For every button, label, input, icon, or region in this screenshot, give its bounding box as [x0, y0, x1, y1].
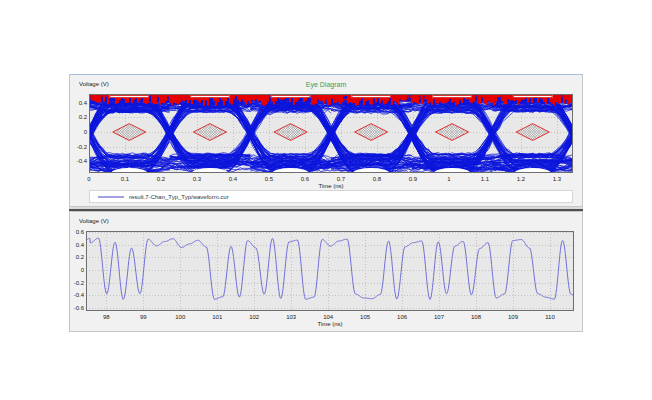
- x-tick-label: 1: [443, 176, 455, 182]
- y-tick-label: 0.4: [68, 242, 84, 248]
- y-tick-label: 0.2: [71, 114, 87, 120]
- x-tick-label: 110: [544, 314, 556, 320]
- x-tick-label: 1.2: [515, 176, 527, 182]
- x-tick-label: 0.6: [299, 176, 311, 182]
- y-tick-label: 0.6: [68, 229, 84, 235]
- x-tick-label: 109: [507, 314, 519, 320]
- x-tick-label: 1.1: [479, 176, 491, 182]
- x-tick-label: 0.2: [155, 176, 167, 182]
- eye-diagram-panel: Voltage (V) Eye Diagram 00.10.20.30.40.5…: [69, 74, 583, 207]
- x-tick-label: 107: [433, 314, 445, 320]
- y-tick-label: -0.2: [68, 280, 84, 286]
- x-tick-label: 108: [470, 314, 482, 320]
- x-tick-label: 0.8: [371, 176, 383, 182]
- x-tick-label: 0.1: [119, 176, 131, 182]
- x-tick-label: 0.9: [407, 176, 419, 182]
- y-tick-label: -0.4: [71, 158, 87, 164]
- x-tick-label: 0.4: [227, 176, 239, 182]
- x-tick-label: 103: [285, 314, 297, 320]
- x-tick-label: 1.3: [551, 176, 563, 182]
- x-tick-label: 106: [396, 314, 408, 320]
- x-tick-label: 101: [211, 314, 223, 320]
- y-tick-label: -0.6: [68, 305, 84, 311]
- legend-bar[interactable]: result.7-Chan_Typ_Typ/waveform.cur: [89, 190, 573, 203]
- x-tick-label: 102: [248, 314, 260, 320]
- wave-x-axis-label: Time (ns): [86, 321, 574, 327]
- waveform-panel: Voltage (V) 9899100101102103104105106107…: [69, 211, 583, 332]
- x-tick-label: 0.3: [191, 176, 203, 182]
- y-tick-label: 0: [71, 129, 87, 135]
- y-tick-label: -0.2: [71, 144, 87, 150]
- x-tick-label: 100: [174, 314, 186, 320]
- x-tick-label: 105: [359, 314, 371, 320]
- x-tick-label: 104: [322, 314, 334, 320]
- legend-line-sample: [98, 196, 124, 198]
- y-tick-label: 0: [68, 267, 84, 273]
- x-tick-label: 99: [137, 314, 149, 320]
- x-tick-label: 0.5: [263, 176, 275, 182]
- wave-y-axis-label: Voltage (V): [79, 218, 109, 224]
- x-tick-label: 0: [83, 176, 95, 182]
- eye-diagram-canvas[interactable]: [89, 94, 573, 173]
- x-tick-label: 0.7: [335, 176, 347, 182]
- waveform-canvas[interactable]: [86, 231, 574, 311]
- y-tick-label: 0.2: [68, 254, 84, 260]
- y-tick-label: -0.4: [68, 292, 84, 298]
- eye-diagram-title: Eye Diagram: [70, 81, 582, 88]
- y-tick-label: 0.4: [71, 100, 87, 106]
- eye-x-axis-label: Time (ns): [89, 183, 573, 189]
- x-tick-label: 98: [100, 314, 112, 320]
- legend-label: result.7-Chan_Typ_Typ/waveform.cur: [129, 194, 229, 200]
